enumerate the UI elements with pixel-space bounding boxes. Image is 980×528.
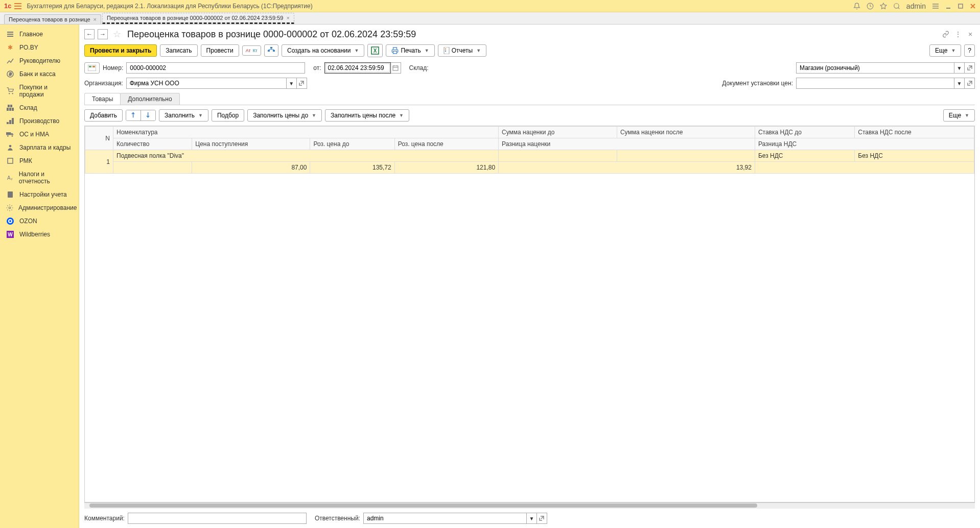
sidebar-item-main[interactable]: Главное <box>0 28 79 41</box>
table-row[interactable]: 87,00 135,72 121,80 13,92 <box>85 162 974 174</box>
excel-button[interactable]: X <box>367 44 383 57</box>
sidebar-item-taxes[interactable]: AᵧНалоги и отчетность <box>0 167 79 188</box>
ozon-icon <box>6 218 14 225</box>
th-vat-diff: Разница НДС <box>755 138 974 150</box>
calendar-icon[interactable] <box>391 62 401 74</box>
sidebar-item-label: РМК <box>19 157 32 164</box>
sub-more-button[interactable]: Еще▼ <box>943 109 975 122</box>
settings-icon[interactable] <box>932 3 939 10</box>
sidebar-item-warehouse[interactable]: Склад <box>0 101 79 114</box>
more-icon[interactable]: ⋮ <box>953 30 963 39</box>
move-up-button[interactable]: 🡑 <box>126 110 141 121</box>
main-menu-icon[interactable] <box>14 3 21 9</box>
th-markup-after: Сумма наценки после <box>617 127 755 138</box>
more-button[interactable]: Еще▼ <box>929 44 961 57</box>
post-close-button[interactable]: Провести и закрыть <box>84 44 157 57</box>
open-icon[interactable] <box>965 62 975 74</box>
tax-icon: Aᵧ <box>6 175 14 181</box>
chevron-down-icon: ▼ <box>965 113 969 118</box>
bell-icon[interactable] <box>853 3 860 10</box>
pick-button[interactable]: Подбор <box>212 109 244 122</box>
move-down-button[interactable]: 🡓 <box>141 110 155 121</box>
sidebar-item-settings[interactable]: Настройки учета <box>0 188 79 201</box>
back-button[interactable]: ← <box>84 29 95 39</box>
create-based-button[interactable]: Создать на основании▼ <box>282 44 364 57</box>
close-icon[interactable]: × <box>286 15 289 21</box>
sidebar-item-bank[interactable]: ₽Банк и касса <box>0 67 79 81</box>
history-icon[interactable] <box>867 3 874 10</box>
dropdown-icon[interactable]: ▼ <box>954 78 965 89</box>
close-window-icon[interactable] <box>970 3 976 9</box>
doc-header: ← → ☆ Переоценка товаров в рознице 0000-… <box>84 29 975 40</box>
sidebar-item-assets[interactable]: ОС и НМА <box>0 128 79 141</box>
link-icon[interactable] <box>941 30 950 39</box>
org-label: Организация: <box>84 80 123 87</box>
org-input[interactable] <box>126 78 287 89</box>
help-button[interactable]: ? <box>964 44 975 57</box>
star-icon[interactable] <box>880 3 887 10</box>
warehouse-input[interactable] <box>796 62 954 74</box>
comment-input[interactable] <box>128 513 307 524</box>
tab-document[interactable]: Переоценка товаров в рознице 0000-000002… <box>102 13 294 24</box>
sidebar-item-manager[interactable]: Руководителю <box>0 54 79 67</box>
date-input[interactable] <box>324 62 391 74</box>
cell-qty <box>113 162 192 174</box>
th-retail-before: Роз. цена до <box>310 138 394 150</box>
sidebar-item-wb[interactable]: WWildberries <box>0 228 79 241</box>
print-button[interactable]: Печать▼ <box>386 44 434 57</box>
close-doc-icon[interactable]: × <box>966 30 975 39</box>
truck-icon <box>6 131 14 137</box>
cell-markup-diff: 13,92 <box>499 162 755 174</box>
reports-button[interactable]: Отчеты▼ <box>438 44 486 57</box>
open-icon[interactable] <box>537 513 547 524</box>
sidebar-item-production[interactable]: Производство <box>0 114 79 128</box>
forward-button[interactable]: → <box>98 29 108 39</box>
fill-button[interactable]: Заполнить▼ <box>159 109 208 122</box>
th-qty: Количество <box>113 138 192 150</box>
fill-before-button[interactable]: Заполнить цены до▼ <box>247 109 322 122</box>
horizontal-scrollbar[interactable] <box>84 502 975 509</box>
sidebar-item-rmk[interactable]: РМК <box>0 154 79 167</box>
maximize-icon[interactable] <box>958 3 964 9</box>
boxes-icon <box>6 105 14 111</box>
table-row[interactable]: 1 Подвесная полка "Diva" Без НДС Без НДС <box>85 150 974 162</box>
sidebar-item-admin[interactable]: Администрирование <box>0 201 79 214</box>
open-icon[interactable] <box>297 78 307 89</box>
tab-extra[interactable]: Дополнительно <box>120 93 179 105</box>
save-button[interactable]: Записать <box>160 44 197 57</box>
add-button[interactable]: Добавить <box>84 109 123 122</box>
close-icon[interactable]: × <box>94 16 97 22</box>
fill-after-button[interactable]: Заполнить цены после▼ <box>325 109 409 122</box>
favorite-icon[interactable]: ☆ <box>113 29 121 40</box>
responsible-input[interactable] <box>363 513 527 524</box>
svg-rect-14 <box>12 118 14 124</box>
number-input[interactable] <box>126 62 305 74</box>
open-icon[interactable] <box>965 78 975 89</box>
table-container: N Номенклатура Сумма наценки до Сумма на… <box>84 126 975 502</box>
goods-table[interactable]: N Номенклатура Сумма наценки до Сумма на… <box>85 126 974 174</box>
sidebar-item-poby[interactable]: ✱PO.BY <box>0 41 79 54</box>
sidebar-item-ozon[interactable]: OZON <box>0 214 79 228</box>
dropdown-icon[interactable]: ▼ <box>954 62 965 74</box>
dropdown-icon[interactable]: ▼ <box>287 78 297 89</box>
sidebar-item-label: Налоги и отчетность <box>19 171 73 185</box>
sub-toolbar: Добавить 🡑 🡓 Заполнить▼ Подбор Заполнить… <box>84 109 975 122</box>
tab-goods[interactable]: Товары <box>84 93 121 105</box>
app-title: Бухгалтерия для Беларуси, редакция 2.1. … <box>27 3 853 10</box>
app-logo: 1c <box>4 2 11 10</box>
dtkt-button[interactable]: АтКт <box>242 45 261 56</box>
search-icon[interactable] <box>893 3 900 10</box>
tab-list[interactable]: Переоценка товаров в рознице × <box>4 14 101 24</box>
sidebar-item-label: Администрирование <box>18 204 77 211</box>
dropdown-icon[interactable]: ▼ <box>527 513 537 524</box>
mode-button[interactable] <box>84 62 100 74</box>
comment-label: Комментарий: <box>84 515 125 522</box>
pricedoc-input[interactable] <box>796 78 954 89</box>
sidebar-item-hr[interactable]: Зарплата и кадры <box>0 141 79 154</box>
minimize-icon[interactable] <box>945 3 951 9</box>
structure-button[interactable] <box>264 44 278 57</box>
sidebar-item-purchases[interactable]: Покупки и продажи <box>0 81 79 101</box>
cell-markup-after <box>617 150 755 162</box>
post-button[interactable]: Провести <box>201 44 239 57</box>
user-label[interactable]: admin <box>906 2 926 10</box>
